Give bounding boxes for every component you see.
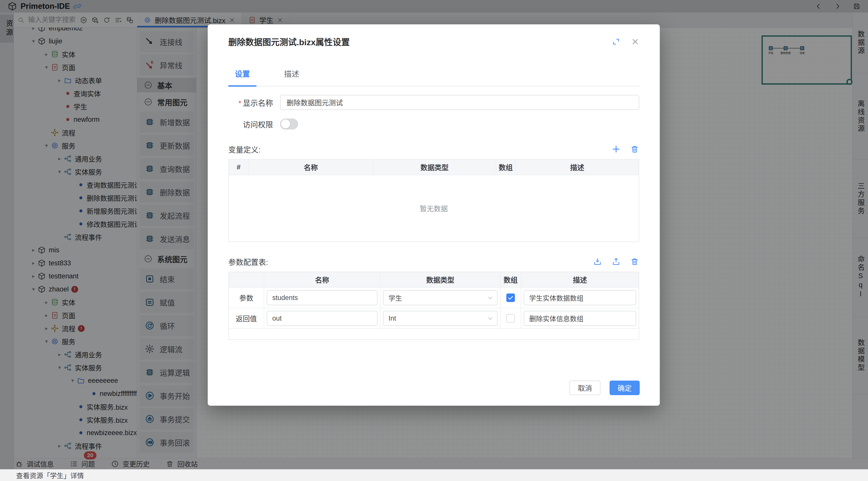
delete-variable-icon[interactable]	[630, 145, 639, 154]
import-params-icon[interactable]	[593, 257, 602, 266]
variables-table: #名称数据类型数组描述 暂无数据	[228, 159, 639, 242]
array-checkbox[interactable]	[506, 293, 515, 302]
dialog-tab-描述[interactable]: 描述	[278, 68, 306, 86]
params-column-header: 数组	[501, 272, 521, 287]
array-checkbox[interactable]	[506, 314, 515, 323]
variables-empty-text: 暂无数据	[229, 175, 639, 242]
params-column-header: 数据类型	[380, 272, 501, 287]
params-label: 参数配置表:	[228, 256, 268, 267]
param-desc-input[interactable]: 删除实体信息数组	[524, 311, 636, 326]
variables-column-header: 数组	[496, 160, 516, 175]
param-name-cell: students	[264, 287, 380, 308]
chevron-down-icon	[487, 295, 494, 301]
display-name-label: *显示名称	[228, 97, 273, 108]
param-kind-label: 返回值	[229, 308, 264, 328]
variables-column-header: #	[229, 160, 249, 175]
params-column-header: 描述	[521, 272, 639, 287]
params-row: 返回值outInt删除实体信息数组	[229, 308, 639, 328]
close-icon[interactable]	[631, 38, 639, 46]
param-name-cell: out	[264, 308, 380, 328]
cancel-button[interactable]: 取消	[569, 381, 600, 395]
param-name-input[interactable]: out	[267, 311, 377, 326]
fullscreen-icon[interactable]	[612, 38, 620, 46]
access-toggle[interactable]	[280, 119, 298, 130]
param-desc-cell: 学生实体数据数组	[521, 287, 639, 308]
variables-label: 变量定义:	[228, 143, 260, 155]
confirm-button[interactable]: 确定	[610, 381, 640, 395]
param-desc-input[interactable]: 学生实体数据数组	[524, 290, 636, 305]
param-name-input[interactable]: students	[267, 290, 377, 305]
params-empty-row	[229, 328, 639, 340]
check-icon	[507, 294, 514, 301]
params-column-header	[229, 272, 264, 287]
param-type-select[interactable]: 学生	[383, 290, 498, 305]
param-array-cell	[501, 308, 521, 328]
variables-column-header: 数据类型	[373, 160, 496, 175]
variables-column-header: 描述	[516, 160, 639, 175]
param-type-cell: 学生	[380, 287, 501, 308]
add-variable-icon[interactable]	[612, 145, 621, 154]
access-label: 访问权限	[228, 119, 273, 130]
param-array-cell	[501, 287, 521, 308]
required-mark: *	[238, 99, 241, 107]
variables-column-header: 名称	[249, 160, 373, 175]
param-type-cell: Int	[380, 308, 501, 328]
param-kind-label: 参数	[229, 287, 264, 308]
param-type-select[interactable]: Int	[383, 311, 498, 326]
export-params-icon[interactable]	[612, 257, 621, 266]
params-row: 参数students学生学生实体数据数组	[229, 287, 639, 308]
chevron-down-icon	[487, 315, 494, 322]
dialog-tab-设置[interactable]: 设置	[228, 68, 256, 87]
status-text: 查看资源「学生」详情	[16, 471, 84, 480]
params-table: 名称数据类型数组描述 参数students学生学生实体数据数组返回值outInt…	[228, 271, 639, 340]
dialog-tabs: 设置描述	[228, 68, 639, 86]
delete-params-icon[interactable]	[630, 257, 639, 266]
status-bar: 查看资源「学生」详情	[0, 469, 868, 481]
params-column-header: 名称	[264, 272, 380, 287]
properties-dialog: 删除数据图元测试.bizx属性设置 设置描述 *显示名称 删除数据图元测试 访问…	[208, 24, 660, 406]
dialog-title: 删除数据图元测试.bizx属性设置	[228, 35, 350, 48]
param-desc-cell: 删除实体信息数组	[521, 308, 639, 328]
display-name-input[interactable]: 删除数据图元测试	[280, 95, 639, 110]
